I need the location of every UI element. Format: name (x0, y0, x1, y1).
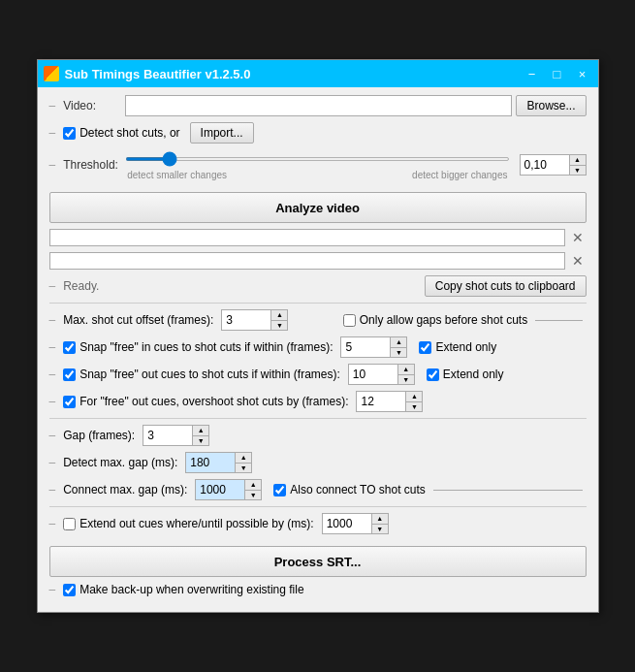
separator-3 (49, 506, 587, 507)
threshold-row: – Threshold: detect smaller changes dete… (49, 149, 587, 180)
video-input[interactable] (125, 95, 512, 116)
connect-max-gap-spinbox-btns: ▲ ▼ (244, 480, 261, 499)
detect-checkbox[interactable] (63, 127, 76, 140)
slider-labels: detect smaller changes detect bigger cha… (125, 170, 509, 180)
backup-dash: – (49, 583, 56, 596)
gap-frames-up-btn[interactable]: ▲ (193, 426, 208, 435)
extend-out-row: – Extend out cues where/until possible b… (49, 513, 587, 534)
overshoot-input[interactable] (357, 392, 405, 411)
threshold-up-btn[interactable]: ▲ (570, 155, 586, 165)
also-connect-row: Also connect TO shot cuts (273, 483, 426, 496)
backup-checkbox[interactable] (63, 584, 76, 596)
only-allow-gaps-row: Only allow gaps before shot cuts (343, 313, 527, 327)
long-sep-2 (433, 490, 583, 491)
backup-label: Make back-up when overwriting existing f… (79, 583, 303, 596)
separator-1 (49, 303, 587, 304)
overshoot-label: For "free" out cues, overshoot shot cuts… (79, 395, 348, 408)
detect-max-gap-dash: – (49, 456, 56, 469)
max-offset-dash: – (49, 313, 56, 327)
browse-button[interactable]: Browse... (516, 95, 586, 116)
also-connect-label: Also connect TO shot cuts (290, 483, 426, 496)
slider-hint-left: detect smaller changes (127, 170, 227, 180)
overshoot-checkbox[interactable] (63, 396, 76, 408)
extend-out-dash: – (49, 517, 56, 530)
progress-bar-1 (49, 229, 565, 246)
snap-in-spinbox-btns: ▲ ▼ (390, 337, 406, 357)
threshold-down-btn[interactable]: ▼ (570, 165, 586, 176)
threshold-spinbox-btns: ▲ ▼ (569, 155, 586, 175)
only-allow-gaps-checkbox[interactable] (343, 314, 356, 327)
close-button[interactable]: × (573, 65, 592, 82)
extend-out-input[interactable] (323, 514, 371, 533)
gap-frames-label: Gap (frames): (63, 429, 135, 442)
threshold-spinbox: ▲ ▼ (520, 154, 587, 176)
progress-row-1: ✕ (49, 229, 587, 246)
snap-in-checkbox[interactable] (63, 341, 76, 354)
detect-max-gap-row: – Detect max. gap (ms): ▲ ▼ (49, 452, 587, 473)
connect-max-gap-up-btn[interactable]: ▲ (245, 480, 261, 490)
overshoot-row: – For "free" out cues, overshoot shot cu… (49, 391, 587, 412)
separator-2 (49, 418, 587, 419)
snap-out-row: – Snap "free" out cues to shot cuts if w… (49, 364, 587, 385)
connect-max-gap-down-btn[interactable]: ▼ (245, 490, 261, 500)
max-offset-spinbox-btns: ▲ ▼ (270, 310, 287, 330)
overshoot-up-btn[interactable]: ▲ (406, 392, 422, 401)
snap-out-extend-checkbox[interactable] (427, 368, 439, 381)
max-offset-input[interactable] (222, 310, 270, 330)
slider-track (125, 149, 509, 169)
app-icon (44, 66, 59, 81)
extend-out-up-btn[interactable]: ▲ (372, 514, 388, 524)
snap-out-input[interactable] (349, 365, 397, 384)
snap-out-up-btn[interactable]: ▲ (398, 365, 414, 374)
content-area: – Video: Browse... – Detect shot cuts, o… (38, 87, 598, 612)
snap-in-up-btn[interactable]: ▲ (391, 337, 406, 347)
gap-frames-spinbox-btns: ▲ ▼ (192, 426, 208, 445)
copy-shot-cuts-button[interactable]: Copy shot cuts to clipboard (425, 275, 587, 297)
threshold-slider[interactable] (125, 157, 509, 161)
extend-out-spinbox-btns: ▲ ▼ (371, 514, 388, 533)
max-offset-down-btn[interactable]: ▼ (271, 320, 287, 331)
snap-in-extend-label: Extend only (435, 340, 496, 354)
threshold-value-input[interactable] (521, 155, 569, 175)
detect-label: Detect shot cuts, or (79, 126, 179, 140)
connect-max-gap-row: – Connect max. gap (ms): ▲ ▼ Also connec… (49, 479, 587, 500)
detect-max-gap-spinbox-btns: ▲ ▼ (235, 453, 251, 472)
process-button[interactable]: Process SRT... (49, 546, 587, 577)
status-dash: – (49, 279, 56, 293)
overshoot-down-btn[interactable]: ▼ (406, 401, 422, 412)
max-offset-up-btn[interactable]: ▲ (271, 310, 287, 320)
overshoot-spinbox: ▲ ▼ (356, 391, 423, 412)
snap-in-input[interactable] (341, 337, 390, 357)
gap-frames-input[interactable] (143, 426, 192, 445)
analyze-button[interactable]: Analyze video (49, 192, 587, 223)
snap-out-down-btn[interactable]: ▼ (398, 374, 414, 385)
video-dash: – (49, 99, 56, 112)
snap-in-spinbox: ▲ ▼ (340, 336, 407, 358)
snap-out-dash: – (49, 368, 56, 381)
progress-bar-2 (49, 252, 565, 270)
close-progress-1-btn[interactable]: ✕ (569, 229, 587, 246)
gap-frames-down-btn[interactable]: ▼ (193, 435, 208, 446)
snap-in-down-btn[interactable]: ▼ (391, 347, 406, 358)
backup-row: – Make back-up when overwriting existing… (49, 583, 587, 596)
also-connect-checkbox[interactable] (273, 484, 286, 496)
detect-max-gap-up-btn[interactable]: ▲ (236, 453, 251, 463)
snap-in-extend-checkbox[interactable] (419, 341, 431, 354)
status-row: – Ready. Copy shot cuts to clipboard (49, 275, 587, 297)
extend-out-checkbox[interactable] (63, 518, 76, 530)
threshold-slider-container: detect smaller changes detect bigger cha… (125, 149, 509, 180)
snap-out-checkbox[interactable] (63, 368, 76, 381)
detect-max-gap-down-btn[interactable]: ▼ (236, 463, 251, 473)
connect-max-gap-input[interactable] (196, 480, 244, 499)
extend-out-down-btn[interactable]: ▼ (372, 524, 388, 534)
snap-in-label: Snap "free" in cues to shot cuts if with… (79, 340, 333, 354)
maximize-button[interactable]: □ (548, 65, 567, 82)
extend-out-label: Extend out cues where/until possible by … (79, 517, 313, 530)
minimize-button[interactable]: − (523, 65, 542, 82)
detect-max-gap-input[interactable] (186, 453, 235, 472)
close-progress-2-btn[interactable]: ✕ (569, 252, 587, 270)
overshoot-dash: – (49, 395, 56, 408)
long-sep-1 (535, 320, 582, 321)
detect-max-gap-label: Detect max. gap (ms): (63, 456, 177, 469)
import-button[interactable]: Import... (190, 122, 254, 144)
